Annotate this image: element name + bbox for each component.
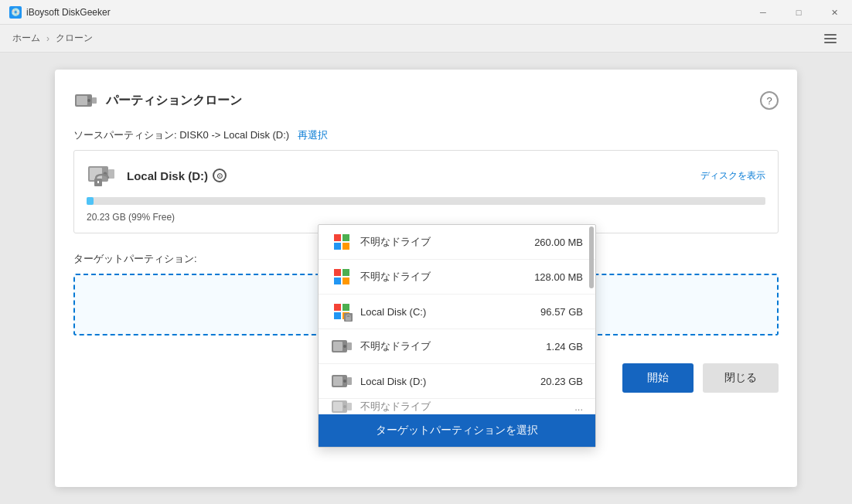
nav-bar: ホーム › クローン [0, 25, 852, 53]
view-disk-link[interactable]: ディスクを表示 [700, 169, 765, 182]
maximize-button[interactable]: □ [781, 0, 816, 25]
info-circle[interactable]: ⊙ [213, 169, 227, 182]
svg-point-22 [343, 405, 346, 408]
list-item[interactable]: 不明なドライブ 1.24 GB [319, 329, 595, 364]
svg-rect-20 [347, 403, 352, 410]
item-size: ... [521, 401, 583, 413]
win-lock-icon [331, 301, 353, 322]
nav-home[interactable]: ホーム [12, 32, 40, 45]
progress-bar [87, 197, 765, 205]
svg-rect-21 [333, 402, 343, 411]
dialog: パーティションクローン ? ソースパーティション: DISK0 -> Local… [55, 70, 797, 487]
reselect-link[interactable]: 再選択 [298, 129, 328, 141]
win-icon [331, 266, 353, 288]
svg-rect-17 [333, 376, 343, 386]
dropdown-popup: 不明なドライブ 260.00 MB 不明なドライブ 128.00 MB [318, 224, 596, 448]
item-name: 不明なドライブ [360, 400, 521, 414]
dialog-icon [73, 88, 98, 113]
close-dialog-button[interactable]: 閉じる [703, 363, 779, 393]
title-bar: 💿 iBoysoft DiskGeeker ─ □ ✕ [0, 0, 852, 25]
dialog-title: パーティションクローン [106, 93, 242, 109]
svg-rect-1 [92, 97, 97, 104]
svg-rect-5 [108, 169, 114, 179]
hdd-icon [331, 370, 353, 392]
menu-line [824, 34, 837, 36]
menu-button[interactable] [821, 29, 840, 48]
partition-icon [87, 160, 118, 191]
app-icon: 💿 [9, 6, 22, 19]
item-size: 1.24 GB [521, 341, 583, 352]
menu-line [824, 38, 837, 39]
close-button[interactable]: ✕ [816, 0, 852, 25]
list-item[interactable]: 不明なドライブ 260.00 MB [319, 225, 595, 260]
item-name: 不明なドライブ [360, 339, 521, 353]
item-size: 260.00 MB [521, 237, 583, 248]
nav-clone[interactable]: クローン [56, 32, 93, 45]
list-item[interactable]: Local Disk (D:) 20.23 GB [319, 364, 595, 399]
svg-rect-13 [333, 342, 343, 351]
item-name: Local Disk (C:) [360, 306, 521, 318]
select-target-button[interactable]: ターゲットパーティションを選択 [319, 414, 595, 447]
app-title: iBoysoft DiskGeeker [26, 7, 111, 18]
svg-point-14 [343, 345, 346, 348]
menu-line [824, 42, 837, 43]
svg-rect-10 [346, 317, 351, 321]
scrollbar[interactable] [589, 226, 594, 288]
hdd-icon [331, 335, 353, 357]
win-icon [331, 231, 353, 253]
list-item[interactable]: Local Disk (C:) 96.57 GB [319, 295, 595, 329]
partition-name: Local Disk (D:) ⊙ [127, 169, 227, 182]
svg-point-3 [87, 99, 90, 102]
svg-rect-12 [347, 342, 352, 350]
item-size: 96.57 GB [521, 306, 583, 318]
list-item[interactable]: 不明なドライブ ... [319, 399, 595, 414]
progress-fill [87, 197, 94, 205]
item-name: 不明なドライブ [360, 235, 521, 249]
source-box-header: Local Disk (D:) ⊙ ディスクを表示 [87, 160, 765, 191]
dialog-header: パーティションクローン ? [73, 88, 779, 113]
source-box: Local Disk (D:) ⊙ ディスクを表示 20.23 GB (99% … [73, 150, 779, 233]
help-button[interactable]: ? [760, 91, 779, 110]
hdd-icon [331, 399, 353, 414]
item-name: Local Disk (D:) [360, 376, 521, 387]
svg-point-18 [343, 380, 346, 383]
nav-sep: › [46, 33, 49, 44]
item-size: 128.00 MB [521, 271, 583, 283]
list-item[interactable]: 不明なドライブ 128.00 MB [319, 260, 595, 295]
item-name: 不明なドライブ [360, 270, 521, 284]
partition-size-info: 20.23 GB (99% Free) [87, 212, 175, 223]
svg-rect-16 [347, 377, 352, 385]
minimize-button[interactable]: ─ [745, 0, 781, 25]
svg-rect-2 [77, 96, 87, 105]
start-button[interactable]: 開始 [622, 363, 694, 393]
main-area: パーティションクローン ? ソースパーティション: DISK0 -> Local… [0, 53, 852, 504]
source-label: ソースパーティション: DISK0 -> Local Disk (D:) 再選択 [73, 128, 779, 142]
item-size: 20.23 GB [521, 376, 583, 387]
window-controls: ─ □ ✕ [745, 0, 852, 25]
svg-rect-9 [97, 181, 99, 183]
